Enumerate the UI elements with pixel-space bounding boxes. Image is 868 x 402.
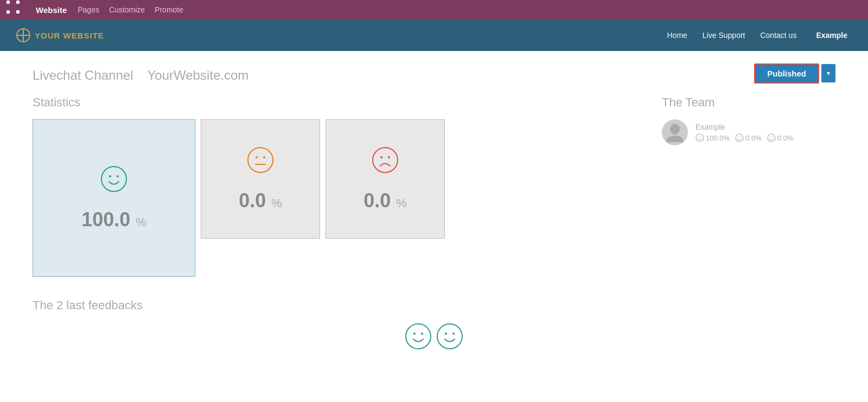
avatar bbox=[662, 119, 688, 145]
svg-point-0 bbox=[101, 167, 126, 192]
team-section: The Team Example bbox=[662, 95, 835, 277]
svg-point-17 bbox=[741, 137, 742, 138]
published-caret-button[interactable]: ▾ bbox=[821, 64, 835, 82]
svg-point-26 bbox=[445, 333, 447, 335]
page-title-main: Livechat Channel bbox=[33, 68, 133, 82]
svg-point-4 bbox=[256, 156, 258, 158]
team-member: Example 100.0% bbox=[662, 119, 835, 145]
grid-icon bbox=[7, 1, 25, 19]
svg-point-19 bbox=[768, 134, 775, 142]
stat-card-neutral: 0.0 % bbox=[201, 119, 320, 239]
svg-point-2 bbox=[117, 175, 119, 177]
svg-point-25 bbox=[437, 324, 462, 349]
site-nav-links: Home Live Support Contact us Example bbox=[667, 29, 852, 42]
admin-nav-pages[interactable]: Pages bbox=[78, 5, 99, 14]
team-member-stats: 100.0% 0.0% bbox=[695, 133, 793, 142]
feedbacks-section: The 2 last feedbacks bbox=[0, 293, 868, 367]
team-stat-neutral: 0.0% bbox=[735, 133, 762, 142]
site-logo-text: YOUR WEBSITE bbox=[35, 31, 104, 40]
team-stat-sad: 0.0% bbox=[767, 133, 794, 142]
team-member-name: Example bbox=[695, 123, 793, 131]
svg-point-21 bbox=[772, 137, 773, 138]
admin-nav-promote[interactable]: Promote bbox=[155, 5, 183, 14]
svg-point-3 bbox=[248, 148, 273, 173]
team-stat-happy: 100.0% bbox=[695, 133, 730, 142]
svg-point-20 bbox=[769, 137, 770, 138]
feedback-face-1 bbox=[404, 322, 432, 350]
stats-section: Statistics 100.0 % bbox=[33, 95, 629, 277]
svg-point-10 bbox=[670, 124, 680, 135]
svg-point-27 bbox=[452, 333, 455, 335]
svg-point-22 bbox=[406, 324, 431, 349]
svg-point-8 bbox=[380, 156, 382, 158]
stat-card-sad: 0.0 % bbox=[326, 119, 445, 239]
admin-nav-customize[interactable]: Customize bbox=[109, 5, 145, 14]
published-button[interactable]: Published bbox=[754, 63, 819, 84]
svg-point-24 bbox=[421, 333, 423, 335]
nav-contact-us[interactable]: Contact us bbox=[760, 31, 796, 40]
stats-cards: 100.0 % 0.0 % bbox=[33, 119, 629, 277]
nav-home[interactable]: Home bbox=[667, 31, 687, 40]
stat-neutral-value: 0.0 % bbox=[239, 189, 282, 212]
admin-bar: Website Pages Customize Promote bbox=[0, 0, 868, 20]
stat-happy-value: 100.0 % bbox=[81, 208, 146, 231]
svg-point-12 bbox=[696, 134, 704, 142]
globe-icon bbox=[16, 28, 30, 42]
stat-card-happy: 100.0 % bbox=[33, 119, 195, 277]
svg-point-7 bbox=[373, 148, 398, 173]
svg-point-9 bbox=[388, 156, 390, 158]
feedbacks-title: The 2 last feedbacks bbox=[33, 298, 835, 312]
nav-live-support[interactable]: Live Support bbox=[703, 31, 745, 40]
admin-nav: Pages Customize Promote bbox=[78, 5, 183, 14]
neutral-face-icon bbox=[246, 146, 275, 176]
svg-point-14 bbox=[701, 137, 702, 138]
svg-point-15 bbox=[736, 134, 743, 142]
svg-point-16 bbox=[738, 137, 739, 138]
team-member-info: Example 100.0% bbox=[695, 123, 793, 142]
feedback-faces bbox=[33, 322, 835, 350]
sad-face-icon bbox=[371, 146, 399, 176]
feedback-face-2 bbox=[436, 322, 464, 350]
published-controls: Published ▾ bbox=[754, 63, 835, 84]
page-title: Livechat Channel YourWebsite.com bbox=[33, 62, 248, 85]
site-logo: YOUR WEBSITE bbox=[16, 28, 667, 42]
admin-bar-title: Website bbox=[36, 5, 67, 15]
page-header: Livechat Channel YourWebsite.com Publish… bbox=[0, 51, 868, 90]
team-title: The Team bbox=[662, 95, 835, 110]
svg-point-11 bbox=[666, 136, 684, 142]
stats-title: Statistics bbox=[33, 95, 629, 110]
svg-point-23 bbox=[413, 333, 416, 335]
svg-point-1 bbox=[109, 175, 111, 177]
nav-example-button[interactable]: Example bbox=[812, 29, 852, 42]
page-subtitle: YourWebsite.com bbox=[147, 68, 248, 82]
site-nav: YOUR WEBSITE Home Live Support Contact u… bbox=[0, 20, 868, 51]
happy-face-icon bbox=[100, 165, 128, 195]
main-content: Statistics 100.0 % bbox=[0, 90, 868, 293]
svg-point-5 bbox=[263, 156, 265, 158]
stat-sad-value: 0.0 % bbox=[363, 189, 407, 212]
svg-point-13 bbox=[698, 137, 699, 138]
